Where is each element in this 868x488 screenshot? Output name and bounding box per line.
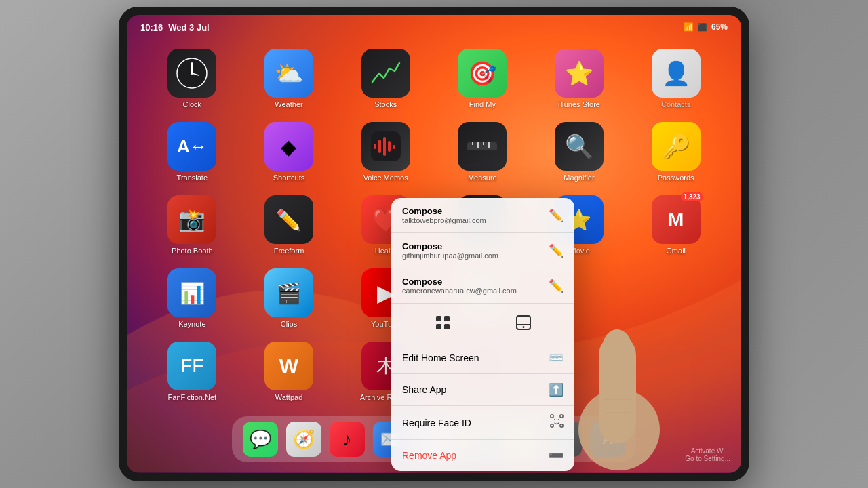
status-right-icons: 📶 ⬛ 65% bbox=[684, 22, 728, 32]
require-faceid-label: Require Face ID bbox=[402, 418, 471, 428]
clips-icon-bg: 🎬 bbox=[264, 268, 313, 317]
battery-icon: ⬛ bbox=[698, 23, 707, 32]
shortcuts-label: Shortcuts bbox=[273, 174, 304, 182]
share-app-action[interactable]: Share App ⬆️ bbox=[391, 374, 574, 406]
app-weather[interactable]: ⛅ Weather bbox=[244, 49, 334, 108]
watermark-line1: Activate Wi... bbox=[685, 447, 730, 455]
photobooth-emoji: 📸 bbox=[178, 207, 205, 232]
fanfiction-label: FanFiction.Net bbox=[168, 393, 217, 401]
compose-3-title: Compose bbox=[402, 277, 517, 287]
weather-icon-bg: ⛅ bbox=[264, 49, 313, 98]
svg-point-34 bbox=[554, 419, 555, 420]
freeform-label: Freeform bbox=[274, 247, 304, 255]
app-keynote[interactable]: 📊 Keynote bbox=[147, 268, 237, 328]
measure-label: Measure bbox=[468, 174, 497, 182]
compose-2-content: Compose githinjimburupaa@gmail.com bbox=[402, 241, 498, 260]
wattpad-label: Wattpad bbox=[275, 393, 303, 401]
dock-music[interactable]: ♪ bbox=[330, 422, 365, 457]
app-itunes[interactable]: ⭐ iTunes Store bbox=[534, 49, 625, 108]
compose-3-email: cameronewanarua.cw@gmail.com bbox=[402, 287, 517, 295]
svg-rect-26 bbox=[444, 324, 450, 329]
svg-rect-10 bbox=[467, 142, 497, 150]
app-translate[interactable]: A↔ Translate bbox=[147, 122, 237, 182]
voicememo-label: Voice Memos bbox=[363, 174, 408, 182]
gmail-emoji: M bbox=[668, 209, 684, 230]
clips-emoji: 🎬 bbox=[276, 281, 301, 305]
voicememo-icon-bg bbox=[361, 122, 410, 171]
require-faceid-action[interactable]: Require Face ID bbox=[391, 406, 574, 440]
app-passwords[interactable]: 🔑 Passwords bbox=[631, 122, 721, 182]
battery-percent: 65% bbox=[711, 22, 728, 32]
fanfiction-emoji: FF bbox=[180, 355, 203, 377]
dock-safari[interactable]: 🧭 bbox=[286, 422, 321, 457]
edit-homescreen-action[interactable]: Edit Home Screen ⌨️ bbox=[391, 342, 574, 374]
compose-2-title: Compose bbox=[402, 241, 498, 251]
app-freeform[interactable]: ✏️ Freeform bbox=[244, 195, 334, 255]
activate-watermark: Activate Wi... Go to Setting... bbox=[685, 447, 730, 462]
stocks-icon-bg bbox=[361, 49, 410, 98]
app-clips[interactable]: 🎬 Clips bbox=[244, 268, 334, 328]
itunes-emoji: ⭐ bbox=[565, 60, 593, 87]
findmy-label: Find My bbox=[469, 100, 496, 108]
shortcuts-icon-bg: ◆ bbox=[264, 122, 313, 171]
app-clock[interactable]: Clock bbox=[147, 49, 237, 108]
safari-dock-emoji: 🧭 bbox=[293, 429, 315, 450]
keynote-emoji: 📊 bbox=[180, 281, 205, 305]
app-wattpad[interactable]: W Wattpad bbox=[244, 342, 334, 401]
measure-icon-bg bbox=[458, 122, 507, 171]
ipad-frame: 10:16 Wed 3 Jul 📶 ⬛ 65% bbox=[119, 7, 749, 481]
compose-1-content: Compose talktowebpro@gmail.com bbox=[402, 206, 486, 224]
keynote-icon-bg: 📊 bbox=[167, 268, 216, 317]
share-app-label: Share App bbox=[402, 384, 446, 395]
svg-rect-6 bbox=[378, 140, 381, 153]
dock-messages[interactable]: 💬 bbox=[243, 422, 278, 457]
freeform-emoji: ✏️ bbox=[276, 208, 301, 232]
contacts-emoji: 👤 bbox=[662, 60, 690, 87]
app-voicememos[interactable]: Voice Memos bbox=[340, 122, 431, 182]
translate-icon-bg: A↔ bbox=[167, 122, 216, 171]
grid-icon-btn[interactable] bbox=[431, 310, 455, 335]
app-shortcuts[interactable]: ◆ Shortcuts bbox=[244, 122, 334, 182]
compose-item-3[interactable]: Compose cameronewanarua.cw@gmail.com ✏️ bbox=[391, 268, 574, 304]
app-gmail[interactable]: M 1,323 Gmail bbox=[631, 195, 721, 255]
weather-label: Weather bbox=[275, 100, 302, 108]
svg-rect-25 bbox=[436, 324, 441, 329]
status-date: Wed 3 Jul bbox=[168, 22, 209, 33]
gmail-label: Gmail bbox=[666, 247, 686, 255]
svg-rect-7 bbox=[383, 137, 386, 156]
keyboard-icon: ⌨️ bbox=[549, 350, 564, 365]
wattpad-emoji: W bbox=[279, 354, 298, 378]
drawer-icon-btn[interactable] bbox=[511, 310, 536, 335]
compose-2-pencil-icon: ✏️ bbox=[549, 243, 564, 258]
minus-circle-icon: ➖ bbox=[549, 448, 564, 463]
remove-app-action[interactable]: Remove App ➖ bbox=[391, 440, 574, 471]
magnifier-label: Magnifier bbox=[564, 174, 594, 182]
app-stocks[interactable]: Stocks bbox=[340, 49, 431, 108]
dock-appstore[interactable]: A bbox=[590, 422, 625, 457]
context-icon-row bbox=[391, 304, 574, 342]
app-contacts[interactable]: 👤 Contacts bbox=[631, 49, 721, 108]
compose-1-email: talktowebpro@gmail.com bbox=[402, 216, 486, 224]
itunes-icon-bg: ⭐ bbox=[555, 49, 604, 98]
clock-label: Clock bbox=[183, 100, 202, 108]
app-fanfiction[interactable]: FF FanFiction.Net bbox=[147, 342, 237, 401]
faceid-icon bbox=[550, 414, 564, 431]
magnifier-icon-bg: 🔍 bbox=[555, 122, 604, 171]
ipad-screen: 10:16 Wed 3 Jul 📶 ⬛ 65% bbox=[127, 15, 741, 473]
passwords-emoji: 🔑 bbox=[662, 133, 690, 160]
app-findmy[interactable]: 🎯 Find My bbox=[437, 49, 528, 108]
svg-rect-24 bbox=[444, 316, 450, 321]
app-magnifier[interactable]: 🔍 Magnifier bbox=[534, 122, 625, 182]
appstore-dock-emoji: A bbox=[602, 430, 613, 448]
app-measure[interactable]: Measure bbox=[437, 122, 528, 182]
fanfiction-icon-bg: FF bbox=[167, 342, 216, 390]
app-photobooth[interactable]: 📸 Photo Booth bbox=[147, 195, 237, 255]
svg-rect-32 bbox=[551, 424, 553, 427]
compose-item-2[interactable]: Compose githinjimburupaa@gmail.com ✏️ bbox=[391, 233, 574, 268]
svg-rect-8 bbox=[388, 141, 391, 152]
compose-1-pencil-icon: ✏️ bbox=[549, 208, 564, 223]
photobooth-label: Photo Booth bbox=[172, 247, 213, 255]
compose-item-1[interactable]: Compose talktowebpro@gmail.com ✏️ bbox=[391, 198, 574, 233]
findmy-icon-bg: 🎯 bbox=[458, 49, 507, 98]
clips-label: Clips bbox=[281, 320, 297, 328]
